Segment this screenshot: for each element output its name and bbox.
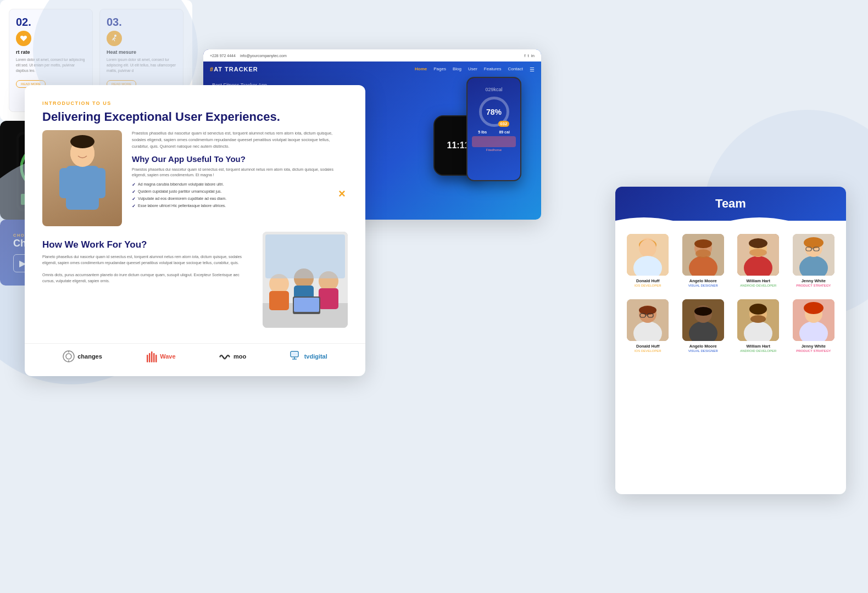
social-icon: f (524, 53, 525, 58)
svg-rect-13 (319, 288, 338, 309)
tvdigital-icon (290, 350, 302, 362)
avatar-svg-2 (682, 234, 724, 276)
changes-icon (63, 350, 75, 362)
topbar-social: f t in (524, 53, 535, 58)
nav-features[interactable]: Features (484, 66, 502, 72)
nav-menu[interactable]: ☰ (530, 66, 535, 72)
svg-point-92 (804, 302, 824, 314)
nav-pages[interactable]: Pages (433, 66, 446, 72)
logos-bar: changes Wave moo (25, 343, 365, 369)
team-member-donald-2: Donald Huff IOS DEVELOPER (623, 299, 673, 353)
stat-lbs: 5 lbs (478, 130, 487, 134)
how-work-heading: How We Work For You? (42, 239, 253, 250)
why-desc: Praestos phasellus dui nascetur quam id … (132, 167, 348, 178)
why-heading: Why Our App Useful To You? (132, 154, 348, 164)
team-scene-image (263, 232, 348, 328)
svg-point-83 (694, 307, 712, 316)
social-icon: t (528, 53, 529, 58)
team-grid-row1: Donald Huff IOS DEVELOPER Angelo Moore V… (615, 221, 846, 295)
member-role-5: IOS DEVELOPER (623, 349, 673, 353)
logo-hash: # (210, 66, 214, 72)
logo-tvdigital-text: tvdigital (304, 353, 327, 360)
team-member-william-1: William Hart ANDROID DEVELOPER (733, 234, 783, 287)
topbar-email: info@yourcompanytec.com (240, 54, 287, 58)
nav-contact[interactable]: Contact (508, 66, 523, 72)
team-wave (615, 214, 846, 227)
group-scene-svg (263, 232, 348, 328)
tracker-topbar: +228 972 4444 info@yourcompanytec.com f … (203, 49, 541, 61)
phone-mockup: 029kcal 78% 032 5 lbs 89 cal (466, 77, 521, 181)
team-header: Team (615, 187, 846, 221)
avatar-william-1 (737, 234, 779, 276)
heart-rate-icon (16, 31, 31, 46)
svg-rect-22 (149, 353, 151, 362)
checklist-item: Quidem cupidatat justo partitor urnamcup… (132, 188, 348, 195)
nav-home[interactable]: Home (415, 66, 427, 72)
how-work-body: Planeto phasellus dui nascetur quam id s… (42, 254, 253, 284)
avatar-svg-6 (682, 299, 724, 341)
logo-moo: moo (219, 350, 246, 362)
logo-wave-text: Wave (160, 353, 175, 360)
intro-label: INTRODUCTION TO US (42, 100, 348, 106)
phone-chart-bar (472, 136, 516, 147)
avatar-william-2 (737, 299, 779, 341)
member-role-1: IOS DEVELOPER (623, 284, 673, 287)
intro-desc: Praestos phasellus dui nascetur quam id … (132, 130, 348, 150)
avatar-donald-2 (627, 299, 669, 341)
nav-links: Home Pages Blog User Features Contact ☰ (415, 66, 535, 72)
team-card: Team Donald Huff IOS DEVELOPER (615, 187, 846, 494)
tracker-logo: #AT TRACKER (210, 66, 258, 72)
svg-point-87 (749, 304, 767, 315)
svg-point-88 (750, 315, 766, 323)
phone-pct-badge: 032 (498, 121, 509, 127)
nav-blog[interactable]: Blog (453, 66, 461, 72)
svg-point-64 (749, 238, 767, 248)
main-heading: Delivering Exceptional User Experiences. (42, 109, 348, 125)
logo-wave: Wave (145, 350, 175, 362)
content-card: INTRODUCTION TO US Delivering Exceptiona… (25, 85, 365, 376)
svg-rect-21 (147, 355, 148, 362)
avatar-svg-8 (793, 299, 834, 341)
svg-point-5 (70, 135, 94, 148)
team-member-william-2: William Hart ANDROID DEVELOPER (733, 299, 783, 353)
member-name-5: Donald Huff (623, 344, 673, 349)
member-role-4: PRODUCT STRATEGY (789, 284, 839, 287)
svg-point-69 (804, 237, 824, 248)
person-illustration (55, 134, 110, 222)
svg-point-55 (639, 239, 656, 256)
team-member-jenny-1: Jenny White PRODUCT STRATEGY (789, 234, 839, 287)
nav-user[interactable]: User (468, 66, 477, 72)
checklist-item: Ad magna carubia bibendum volutpate labo… (132, 181, 348, 188)
topbar-phone: +228 972 4444 (210, 54, 236, 58)
avatar-svg-1 (627, 234, 669, 276)
svg-rect-24 (153, 353, 155, 362)
team-member-donald-1: Donald Huff IOS DEVELOPER (623, 234, 673, 287)
avatar-donald-1 (627, 234, 669, 276)
avatar-svg-3 (737, 234, 779, 276)
phone-percent: 78% (486, 108, 502, 116)
topbar-contacts: +228 972 4444 info@yourcompanytec.com (210, 54, 287, 58)
svg-rect-2 (59, 168, 69, 198)
avatar-angelo-2 (682, 299, 724, 341)
phone-label: Fitedhorse (472, 148, 516, 152)
checklist-item: Vulputate ad eos dioeniorem cupditate ad… (132, 195, 348, 203)
member-role-3: ANDROID DEVELOPER (733, 284, 783, 287)
member-name-4: Jenny White (789, 278, 839, 283)
avatar-svg-4 (793, 234, 834, 276)
svg-rect-16 (265, 234, 345, 278)
svg-point-60 (695, 249, 711, 258)
avatar-jenny-1 (793, 234, 834, 276)
member-name-7: William Hart (733, 344, 783, 349)
member-name-3: William Hart (733, 278, 783, 283)
checklist: Ad magna carubia bibendum volutpate labo… (132, 181, 348, 210)
phone-value-display: 029kcal (472, 87, 516, 92)
stat-cal: 89 cal (499, 130, 509, 134)
wave-icon (145, 350, 157, 362)
logo-changes: changes (63, 350, 102, 362)
heart-icon (20, 35, 27, 42)
member-role-6: VISUAL DESIGNER (678, 349, 728, 353)
avatar-svg-7 (737, 299, 779, 341)
svg-rect-25 (155, 355, 157, 362)
logo-moo-text: moo (233, 353, 246, 360)
team-title: Team (626, 197, 835, 211)
